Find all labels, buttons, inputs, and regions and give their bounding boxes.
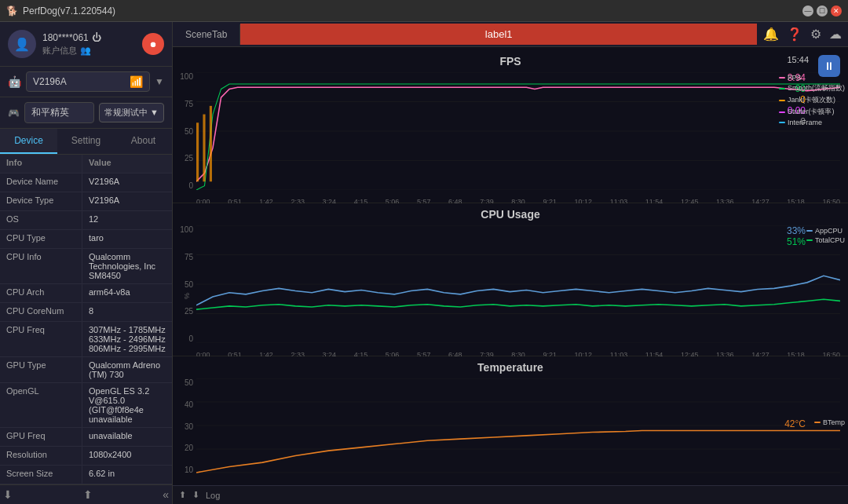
avatar-icon: 👤 <box>14 37 30 52</box>
nav-upload-icon[interactable]: ⬆ <box>83 488 93 501</box>
upload-icon-log[interactable]: ⬆ <box>179 490 186 500</box>
info-val-10: unavailable <box>82 428 172 446</box>
table-row: Device NameV2196A <box>0 173 172 192</box>
temp-legend-btemp: BTemp <box>814 418 845 426</box>
info-val-7: 307MHz - 1785MHz 633MHz - 2496MHz 806MHz… <box>82 322 172 356</box>
device-tabs: Device Setting About <box>0 129 172 155</box>
table-header-row: Info Value <box>0 155 172 173</box>
maximize-button[interactable]: ☐ <box>817 5 828 16</box>
game-icon: 🎮 <box>8 108 20 119</box>
avatar: 👤 <box>8 30 36 58</box>
cpu-chart-inner: 100 75 50 25 0 % .cpu-app{fill:none;stro… <box>173 225 848 359</box>
device-android-icon: 🤖 <box>8 75 21 88</box>
table-row: CPU InfoQualcomm Technologies, Inc SM845… <box>0 249 172 284</box>
account-label: 账户信息 <box>42 45 77 57</box>
info-key-10: GPU Freq <box>0 428 82 446</box>
info-key-6: CPU CoreNum <box>0 303 82 321</box>
fps-svg-wrap: .grid-line{stroke:#222;stroke-width:0.5;… <box>196 72 840 190</box>
fps-y-axis: 100 75 50 25 0 <box>173 72 196 190</box>
device-info-table: Info Value Device NameV2196ADevice TypeV… <box>0 155 172 484</box>
cpu-y-label: % <box>183 293 191 299</box>
table-row: Screen Size6.62 in <box>0 466 172 484</box>
label-tab[interactable]: label1 <box>240 24 757 45</box>
tab-setting-label: Setting <box>71 135 101 146</box>
account-icon: 👥 <box>80 46 91 56</box>
svg-rect-6 <box>203 115 205 182</box>
user-area: 👤 180****061 ⏻ 账户信息 👥 ⏺ <box>0 22 172 67</box>
mode-text: 常规测试中 <box>104 108 148 117</box>
info-val-8: Qualcomm Adreno (TM) 730 <box>82 357 172 382</box>
record-button[interactable]: ⏺ <box>142 33 164 55</box>
log-bar: ⬆ ⬇ Log <box>173 485 848 504</box>
plus-icon[interactable]: + <box>794 483 803 485</box>
content-area: SceneTab label1 🔔 ❓ ⚙ ☁ FPS 15:44 ⏸ 100 <box>173 22 848 504</box>
watermark: + 值得买 <box>794 483 832 485</box>
username-display: 180****061 ⏻ <box>42 32 136 43</box>
temp-svg <box>196 378 840 485</box>
title-area: 🐕 PerfDog(v7.1.220544) <box>6 5 115 16</box>
settings-icon[interactable]: ⚙ <box>810 27 821 42</box>
cpu-legend-total: TotalCPU <box>806 236 845 244</box>
info-key-9: OpenGL <box>0 383 82 427</box>
main-layout: 👤 180****061 ⏻ 账户信息 👥 ⏺ 🤖 V2196A <box>0 22 848 504</box>
sidebar-bottom-nav: ⬇ ⬆ « <box>0 484 172 504</box>
tab-setting[interactable]: Setting <box>57 129 115 154</box>
username-text: 180****061 <box>42 32 89 43</box>
download-icon-log[interactable]: ⬇ <box>192 490 199 500</box>
nav-download-icon[interactable]: ⬇ <box>3 488 13 501</box>
device-selector: 🤖 V2196A 📶 ▼ <box>0 67 172 97</box>
info-val-11: 1080x2400 <box>82 447 172 465</box>
tab-about-label: About <box>131 135 155 146</box>
tab-device[interactable]: Device <box>0 129 57 154</box>
info-val-5: arm64-v8a <box>82 284 172 302</box>
info-key-0: Device Name <box>0 173 82 192</box>
user-info: 180****061 ⏻ 账户信息 👥 <box>42 32 136 57</box>
cpu-values-display: 33% 51% <box>787 225 806 247</box>
table-row: CPU Freq307MHz - 1785MHz 633MHz - 2496MH… <box>0 322 172 357</box>
temp-chart-inner: 50 40 30 20 10 0 <box>173 378 848 485</box>
temp-svg-wrap <box>196 378 840 485</box>
account-info[interactable]: 账户信息 👥 <box>42 45 136 57</box>
game-selector: 🎮 和平精英 常规测试中 ▼ <box>0 97 172 129</box>
nav-collapse-icon[interactable]: « <box>163 488 169 501</box>
cpu-svg-wrap: .cpu-app{fill:none;stroke:#5c9bd6;stroke… <box>196 225 840 343</box>
fps-time-display: 15:44 <box>787 55 809 64</box>
cpu-chart-title: CPU Usage <box>481 208 539 221</box>
temp-y-axis: 50 40 30 20 10 0 <box>173 378 196 485</box>
temp-chart-title: Temperature <box>477 361 543 374</box>
table-row: OpenGLOpenGL ES 3.2 V@615.0 (GIT@f0f8e4e… <box>0 383 172 428</box>
game-dropdown[interactable]: 和平精英 <box>24 102 94 123</box>
fps-legend-stutter: Stutter(卡顿率) <box>779 107 845 117</box>
info-key-5: CPU Arch <box>0 284 82 302</box>
info-val-2: 12 <box>82 211 172 229</box>
mode-dropdown[interactable]: 常规测试中 ▼ <box>99 103 164 122</box>
record-icon: ⏺ <box>149 40 157 49</box>
fps-chart-title: FPS <box>499 55 521 68</box>
tab-about[interactable]: About <box>115 129 172 154</box>
info-key-8: GPU Type <box>0 357 82 382</box>
info-val-3: taro <box>82 230 172 248</box>
cpu-legend-app: AppCPU <box>806 227 845 235</box>
log-label: Log <box>206 491 220 500</box>
scene-tab[interactable]: SceneTab <box>173 24 240 45</box>
notification-icon[interactable]: 🔔 <box>763 27 779 42</box>
table-row: CPU CoreNum8 <box>0 303 172 322</box>
fps-legend-interframe: InterFrame <box>779 119 845 126</box>
help-icon[interactable]: ❓ <box>787 27 802 42</box>
minimize-button[interactable]: — <box>802 5 813 16</box>
cloud-icon[interactable]: ☁ <box>829 27 842 42</box>
mode-arrow-icon: ▼ <box>150 108 159 117</box>
close-button[interactable]: ✕ <box>831 5 842 16</box>
col-value-header: Value <box>82 155 172 173</box>
svg-rect-5 <box>196 122 199 181</box>
device-dropdown[interactable]: V2196A 📶 <box>26 71 150 92</box>
svg-rect-7 <box>210 106 212 181</box>
window-controls: — ☐ ✕ <box>802 5 842 16</box>
temp-chart-container: Temperature 50 40 30 20 10 0 <box>173 356 848 485</box>
table-row: OS12 <box>0 211 172 230</box>
scene-tab-bar: SceneTab label1 🔔 ❓ ⚙ ☁ <box>173 22 848 47</box>
cpu-chart-container: CPU Usage 100 75 50 25 0 % <box>173 203 848 356</box>
pause-button[interactable]: ⏸ <box>818 55 840 77</box>
fps-chart-container: FPS 15:44 ⏸ 100 75 50 25 0 <box>173 50 848 203</box>
charts-area: FPS 15:44 ⏸ 100 75 50 25 0 <box>173 47 848 485</box>
